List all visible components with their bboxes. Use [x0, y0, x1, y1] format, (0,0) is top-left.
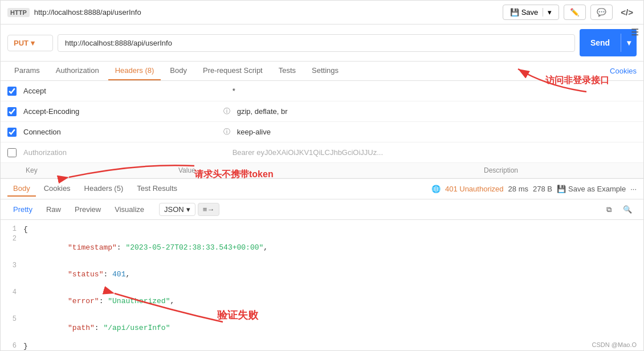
footer: CSDN @Mao.O	[592, 341, 637, 348]
status-time: 28 ms	[508, 185, 528, 193]
send-label: Send	[580, 34, 621, 52]
line-num-6: 6	[1, 342, 23, 350]
code-icon-button[interactable]: </>	[617, 7, 637, 17]
line-content-6: }	[23, 342, 643, 350]
response-toolbar: Pretty Raw Preview Visualize JSON ▾ ≡→ ⧉…	[1, 199, 643, 220]
tab-cookies[interactable]: Cookies	[610, 67, 637, 75]
save-example-label: Save as Example	[568, 185, 626, 193]
header-key-accept-encoding: Accept-Encoding	[23, 107, 223, 116]
line-num-1: 1	[1, 225, 23, 234]
line-num-2: 2	[1, 235, 23, 260]
copy-button[interactable]: ⧉	[602, 203, 616, 216]
header-checkbox-accept[interactable]	[7, 87, 17, 96]
header-row-accept: Accept *	[1, 81, 643, 101]
col-desc-label: Description	[484, 166, 637, 174]
line-num-5: 5	[1, 315, 23, 341]
code-line-5: 5 "path": "/api/userInfo"	[1, 315, 643, 341]
method-label: PUT	[14, 39, 28, 47]
save-example-icon: 💾	[557, 185, 566, 193]
method-select[interactable]: PUT ▾	[7, 35, 53, 51]
url-input[interactable]	[58, 34, 575, 52]
header-info-accept-encoding: ⓘ	[223, 107, 230, 116]
code-line-4: 4 "error": "Unauthorized",	[1, 288, 643, 315]
response-tabs-bar: Body Cookies Headers (5) Test Results 🌐 …	[1, 179, 643, 199]
header-value-accept: *	[233, 87, 637, 95]
resp-tab-preview[interactable]: Preview	[69, 203, 107, 216]
header-key-accept: Accept	[23, 87, 226, 95]
format-select[interactable]: JSON ▾	[159, 203, 195, 216]
line-num-4: 4	[1, 288, 23, 314]
request-tabs: Params Authorization Headers (8) Body Pr…	[1, 62, 643, 81]
format-chevron-icon: ▾	[186, 205, 190, 214]
sidebar-toggle-icon[interactable]: ☰	[631, 27, 639, 38]
code-line-2: 2 "timestamp": "2023-05-27T02:38:33.543+…	[1, 234, 643, 261]
code-line-6: 6 }	[1, 341, 643, 350]
tab-authorization[interactable]: Authorization	[49, 62, 106, 80]
comment-icon-button[interactable]: 💬	[590, 5, 613, 20]
top-url-display: http://localhost:8888/api/userInfo	[34, 8, 498, 17]
format-label: JSON	[164, 205, 184, 214]
status-area: 🌐 401 Unauthorized 28 ms 278 B 💾 Save as…	[431, 185, 637, 193]
top-bar: HTTP http://localhost:8888/api/userInfo …	[1, 1, 643, 25]
code-line-1: 1 {	[1, 225, 643, 234]
header-checkbox-connection[interactable]	[7, 128, 17, 137]
tab-pre-request[interactable]: Pre-request Script	[196, 62, 270, 80]
header-row-connection: Connection ⓘ keep-alive	[1, 122, 643, 142]
tab-body[interactable]: Body	[163, 62, 194, 80]
more-options-button[interactable]: ···	[630, 185, 637, 193]
line-content-5: "path": "/api/userInfo"	[23, 315, 643, 341]
line-num-3: 3	[1, 262, 23, 287]
tab-settings[interactable]: Settings	[305, 62, 345, 80]
column-headers-row: Key Value Description	[1, 163, 643, 178]
wrap-button[interactable]: ≡→	[198, 203, 220, 216]
header-info-connection: ⓘ	[223, 127, 230, 137]
header-checkbox-accept-encoding[interactable]	[7, 107, 17, 116]
line-content-2: "timestamp": "2023-05-27T02:38:33.543+00…	[23, 235, 643, 260]
headers-table: Accept * Accept-Encoding ⓘ gzip, deflate…	[1, 81, 643, 179]
header-key-connection: Connection	[23, 128, 223, 136]
response-tab-test-results[interactable]: Test Results	[131, 181, 183, 197]
http-icon: HTTP	[7, 8, 30, 17]
response-tab-headers[interactable]: Headers (5)	[79, 181, 129, 197]
status-globe-icon: 🌐	[431, 185, 441, 193]
save-as-example-button[interactable]: 💾 Save as Example	[557, 185, 626, 193]
app-container: HTTP http://localhost:8888/api/userInfo …	[0, 0, 644, 351]
header-value-accept-encoding: gzip, deflate, br	[237, 107, 637, 116]
col-value-label: Value	[178, 166, 484, 174]
save-label: Save	[521, 8, 539, 17]
tab-tests[interactable]: Tests	[272, 62, 303, 80]
save-button[interactable]: 💾 Save ▾	[503, 5, 560, 20]
resp-tab-pretty[interactable]: Pretty	[7, 203, 38, 216]
top-bar-actions: 💾 Save ▾ ✏️ 💬 </>	[503, 5, 637, 20]
method-chevron-icon: ▾	[31, 39, 35, 47]
header-row-authorization: Authorization Bearer eyJ0eXAiOiJKV1QiLCJ…	[1, 142, 643, 163]
code-line-3: 3 "status": 401,	[1, 261, 643, 288]
header-value-authorization: Bearer eyJ0eXAiOiJKV1QiLCJhbGciOiJJUz...	[233, 148, 637, 157]
header-key-authorization: Authorization	[23, 148, 226, 157]
send-button[interactable]: Send ▾	[580, 29, 637, 56]
header-value-connection: keep-alive	[237, 128, 637, 136]
save-icon: 💾	[510, 8, 519, 17]
save-chevron-icon[interactable]: ▾	[543, 8, 552, 17]
status-code: 401 Unauthorized	[445, 185, 504, 193]
line-content-3: "status": 401,	[23, 262, 643, 287]
header-row-accept-encoding: Accept-Encoding ⓘ gzip, deflate, br	[1, 101, 643, 122]
tab-params[interactable]: Params	[7, 62, 47, 80]
line-content-4: "error": "Unauthorized",	[23, 288, 643, 314]
response-tab-cookies[interactable]: Cookies	[38, 181, 76, 197]
code-view: 1 { 2 "timestamp": "2023-05-27T02:38:33.…	[1, 220, 643, 350]
tab-headers[interactable]: Headers (8)	[108, 62, 161, 80]
line-content-1: {	[23, 225, 643, 234]
resp-tab-visualize[interactable]: Visualize	[109, 203, 150, 216]
col-key-label: Key	[26, 166, 178, 174]
header-checkbox-authorization[interactable]	[7, 148, 17, 157]
resp-tab-raw[interactable]: Raw	[40, 203, 67, 216]
edit-icon-button[interactable]: ✏️	[564, 5, 586, 20]
response-tab-body[interactable]: Body	[7, 181, 36, 197]
url-bar: PUT ▾ Send ▾	[1, 25, 643, 62]
search-button[interactable]: 🔍	[618, 203, 637, 215]
status-size: 278 B	[533, 185, 552, 193]
